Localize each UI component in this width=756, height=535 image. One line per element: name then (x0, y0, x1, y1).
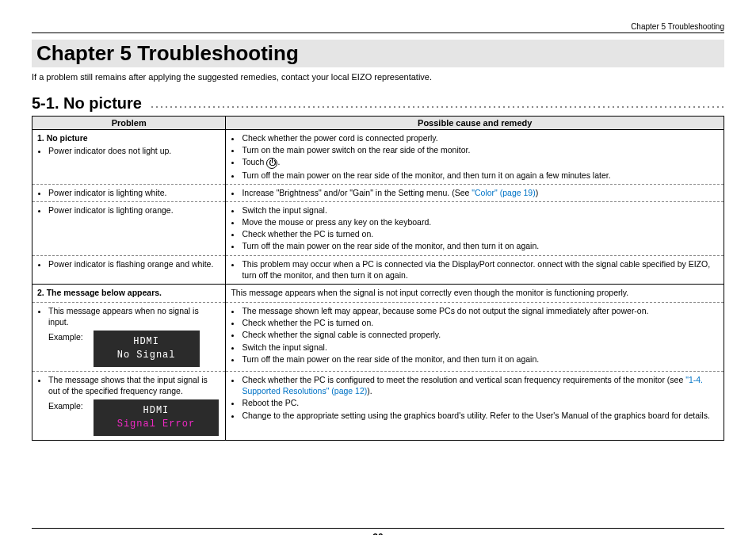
bullet-item: Touch ⏻. (242, 156, 719, 168)
bullet-item: Increase "Brightness" and/or "Gain" in t… (242, 187, 719, 198)
bullet-item: Switch the input signal. (242, 342, 719, 353)
page-number: - 30 - (32, 532, 724, 535)
th-problem: Problem (32, 117, 226, 130)
bullet-item: Check whether the PC is turned on. (242, 317, 719, 328)
example-label: Example: (48, 331, 83, 342)
bullet-item: Power indicator is lighting orange. (48, 204, 220, 216)
table-row: This message appears when no signal is i… (32, 303, 724, 372)
cell-remedy: Switch the input signal. Move the mouse … (226, 201, 724, 255)
cell-problem: Power indicator is lighting orange. (32, 201, 226, 255)
example-label: Example: (48, 400, 83, 411)
link-color-page19[interactable]: "Color" (page 19) (472, 188, 535, 197)
section-title: 5-1. No picture (32, 94, 142, 113)
cell-problem: The message shows that the input signal … (32, 372, 226, 441)
dot-leader (150, 105, 724, 109)
cell-problem: 2. The message below appears. (32, 284, 226, 302)
screen-line1: HDMI (133, 336, 159, 347)
cell-remedy: Increase "Brightness" and/or "Gain" in t… (226, 184, 724, 201)
bullet-item: Power indicator is flashing orange and w… (48, 258, 220, 269)
power-icon: ⏻ (266, 158, 277, 169)
screen-line2-error: Signal Error (117, 418, 195, 430)
bullet-item: Check whether the signal cable is connec… (242, 329, 719, 340)
problem-heading: 2. The message below appears. (37, 287, 220, 298)
table-row: Power indicator is flashing orange and w… (32, 255, 724, 284)
th-remedy: Possible cause and remedy (226, 117, 724, 130)
bullet-item: Power indicator is lighting white. (48, 187, 220, 198)
cell-remedy: The message shown left may appear, becau… (226, 303, 724, 372)
bullet-item: Turn off the main power on the rear side… (242, 240, 719, 251)
bullet-item: Check whether the PC is turned on. (242, 228, 719, 239)
monitor-screen-signal-error: HDMI Signal Error (94, 399, 219, 436)
bullet-item: Move the mouse or press any key on the k… (242, 216, 719, 227)
bullet-item: This message appears when no signal is i… (48, 305, 220, 327)
cell-remedy: Check whether the power cord is connecte… (226, 130, 724, 185)
table-row: 1. No picture Power indicator does not l… (32, 130, 724, 185)
bullet-item: Change to the appropriate setting using … (242, 410, 719, 421)
troubleshooting-table: Problem Possible cause and remedy 1. No … (32, 116, 724, 441)
bullet-item: Reboot the PC. (242, 397, 719, 408)
bullet-item: Check whether the power cord is connecte… (242, 132, 719, 143)
cell-remedy: This message appears when the signal is … (226, 284, 724, 302)
breadcrumb: Chapter 5 Troubleshooting (32, 22, 724, 31)
cell-remedy: This problem may occur when a PC is conn… (226, 255, 724, 284)
bullet-item: Turn on the main power switch on the rea… (242, 144, 719, 155)
table-header-row: Problem Possible cause and remedy (32, 117, 724, 130)
header-rule (32, 32, 724, 33)
section-heading-row: 5-1. No picture (32, 94, 724, 113)
monitor-screen-no-signal: HDMI No Signal (94, 331, 200, 367)
footer-rule (32, 528, 724, 529)
cell-remedy: Check whether the PC is configured to me… (226, 372, 724, 441)
intro-text: If a problem still remains after applyin… (32, 72, 724, 82)
cell-problem: Power indicator is lighting white. (32, 184, 226, 201)
table-row: 2. The message below appears. This messa… (32, 284, 724, 302)
bullet-item: The message shows that the input signal … (48, 374, 220, 396)
screen-line2: No Signal (117, 350, 176, 361)
cell-problem: 1. No picture Power indicator does not l… (32, 130, 226, 185)
bullet-item: Power indicator does not light up. (48, 145, 220, 156)
chapter-title: Chapter 5 Troubleshooting (32, 40, 724, 67)
bullet-item: This problem may occur when a PC is conn… (242, 258, 719, 281)
bullet-item: Turn off the main power on the rear side… (242, 170, 719, 181)
screen-line1: HDMI (143, 405, 170, 416)
problem-heading: 1. No picture (37, 132, 220, 143)
bullet-item: Check whether the PC is configured to me… (242, 374, 719, 396)
table-row: Power indicator is lighting white. Incre… (32, 184, 724, 201)
cell-problem: Power indicator is flashing orange and w… (32, 255, 226, 284)
cell-problem: This message appears when no signal is i… (32, 303, 226, 372)
bullet-item: The message shown left may appear, becau… (242, 305, 719, 316)
table-row: The message shows that the input signal … (32, 372, 724, 441)
bullet-item: Switch the input signal. (242, 204, 719, 216)
table-row: Power indicator is lighting orange. Swit… (32, 201, 724, 255)
bullet-item: Turn off the main power on the rear side… (242, 353, 719, 365)
